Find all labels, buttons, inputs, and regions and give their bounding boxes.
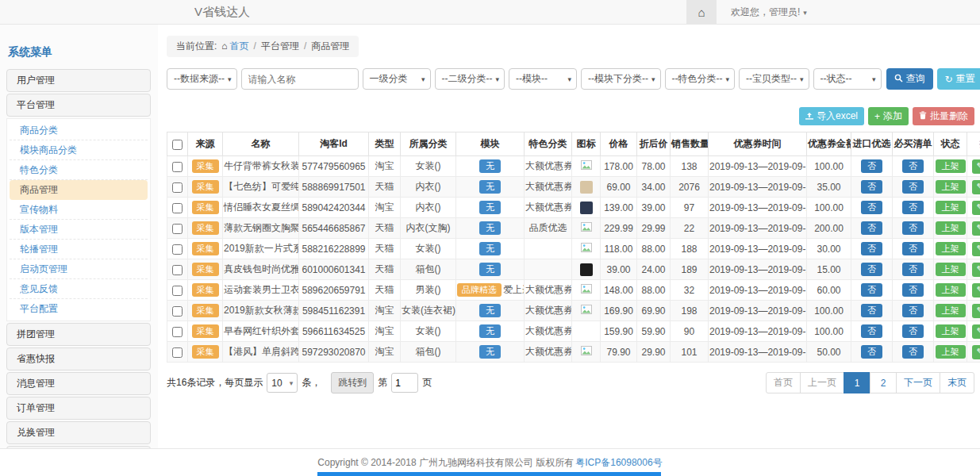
import-select-toggle[interactable]: 否: [861, 201, 882, 214]
edit-button[interactable]: ✎: [972, 283, 980, 298]
status-toggle[interactable]: 上架: [936, 201, 966, 214]
row-checkbox[interactable]: [172, 203, 183, 213]
filter-select-6[interactable]: --特色分类--▾: [665, 68, 736, 90]
sidebar-item-1-4[interactable]: 宣传物料: [10, 200, 148, 220]
edit-button[interactable]: ✎: [972, 201, 980, 215]
status-toggle[interactable]: 上架: [936, 263, 966, 276]
product-name: 真皮钱包时尚优雅女士...: [223, 259, 299, 280]
row-checkbox[interactable]: [172, 244, 183, 255]
must-buy-toggle[interactable]: 否: [902, 304, 924, 317]
sidebar-item-1-5[interactable]: 版本管理: [10, 220, 148, 240]
per-page-select[interactable]: 10 ▾: [267, 373, 298, 393]
page-last-button[interactable]: 末页: [940, 372, 974, 393]
sidebar-item-1-1[interactable]: 模块商品分类: [10, 140, 148, 160]
sidebar-group-2[interactable]: 拼团管理: [6, 323, 151, 346]
row-checkbox[interactable]: [172, 224, 183, 234]
sidebar-group-0[interactable]: 用户管理: [6, 69, 151, 92]
sidebar-group-1[interactable]: 平台管理: [6, 94, 151, 117]
must-buy-toggle[interactable]: 否: [902, 283, 924, 297]
sidebar-item-1-0[interactable]: 商品分类: [10, 121, 148, 140]
filter-select-3[interactable]: --二级分类--▾: [435, 68, 505, 90]
row-checkbox[interactable]: [172, 347, 183, 358]
breadcrumb-home-link[interactable]: 首页: [230, 40, 249, 52]
status-toggle[interactable]: 上架: [936, 304, 966, 317]
refresh-icon: ↻: [945, 74, 953, 85]
row-checkbox[interactable]: [172, 306, 183, 317]
status-toggle[interactable]: 上架: [936, 221, 966, 235]
edit-button[interactable]: ✎: [972, 263, 980, 277]
import-excel-button[interactable]: 导入excel: [799, 107, 864, 125]
edit-button[interactable]: ✎: [972, 159, 980, 174]
table-row: 采集【七色纺】可爱纯棉家...588869917501天猫内衣()无大额优惠券6…: [167, 177, 980, 198]
must-buy-toggle[interactable]: 否: [902, 221, 924, 235]
edit-button[interactable]: ✎: [972, 304, 980, 318]
must-buy-toggle[interactable]: 否: [902, 159, 924, 173]
status-toggle[interactable]: 上架: [936, 242, 966, 255]
import-select-toggle[interactable]: 否: [861, 180, 882, 194]
import-select-toggle[interactable]: 否: [861, 242, 882, 255]
status-toggle[interactable]: 上架: [936, 345, 966, 359]
batch-delete-button[interactable]: 批量删除: [913, 107, 974, 125]
sidebar-item-1-9[interactable]: 平台配置: [10, 299, 148, 319]
filter-select-7[interactable]: --宝贝类型--▾: [739, 68, 809, 90]
must-buy-toggle[interactable]: 否: [902, 180, 924, 194]
status-toggle[interactable]: 上架: [936, 180, 966, 194]
sidebar-item-1-6[interactable]: 轮播管理: [10, 240, 148, 259]
row-checkbox[interactable]: [172, 182, 183, 193]
reset-button[interactable]: ↻ 重置: [937, 68, 980, 90]
edit-button[interactable]: ✎: [972, 324, 980, 339]
sidebar-item-1-2[interactable]: 特色分类: [10, 160, 148, 180]
jump-page-input[interactable]: [391, 373, 418, 393]
select-all-checkbox[interactable]: [172, 140, 183, 150]
sidebar-group-5[interactable]: 订单管理: [6, 397, 151, 420]
icp-link[interactable]: 粤ICP备16098006号: [575, 456, 662, 470]
edit-button[interactable]: ✎: [972, 221, 980, 236]
add-button[interactable]: + 添加: [868, 107, 909, 125]
name-search-input[interactable]: [241, 68, 359, 90]
edit-button[interactable]: ✎: [972, 345, 980, 359]
sidebar-group-3[interactable]: 省惠快报: [6, 347, 151, 370]
edit-button[interactable]: ✎: [972, 180, 980, 194]
page-number-button[interactable]: 1: [844, 372, 870, 393]
status-toggle[interactable]: 上架: [936, 324, 966, 338]
sidebar-item-1-3[interactable]: 商品管理: [10, 180, 148, 200]
row-checkbox[interactable]: [172, 327, 183, 337]
import-select-toggle[interactable]: 否: [861, 324, 882, 338]
status-toggle[interactable]: 上架: [936, 159, 966, 173]
sidebar-item-1-8[interactable]: 意见反馈: [10, 279, 148, 299]
must-buy-toggle[interactable]: 否: [902, 263, 924, 276]
product-type: 天猫: [369, 280, 401, 301]
import-select-toggle[interactable]: 否: [861, 221, 882, 235]
home-button[interactable]: ⌂: [686, 0, 717, 24]
price: 139.00: [601, 198, 637, 218]
status-toggle[interactable]: 上架: [936, 283, 966, 297]
import-select-toggle[interactable]: 否: [861, 263, 882, 276]
row-checkbox[interactable]: [172, 265, 183, 275]
filter-select-2[interactable]: 一级分类▾: [363, 68, 431, 90]
must-buy-toggle[interactable]: 否: [902, 345, 924, 359]
page-next-button[interactable]: 下一页: [896, 372, 940, 393]
filter-select-8[interactable]: --状态--▾: [813, 68, 882, 90]
must-buy-toggle[interactable]: 否: [902, 242, 924, 255]
sidebar-group-4[interactable]: 消息管理: [6, 372, 151, 395]
page-number-button[interactable]: 2: [870, 372, 897, 393]
row-checkbox[interactable]: [172, 162, 183, 172]
import-select-toggle[interactable]: 否: [861, 345, 882, 359]
filter-select-4[interactable]: --模块--▾: [509, 68, 577, 90]
user-menu[interactable]: 欢迎您，管理员!▾: [731, 6, 807, 19]
must-buy-toggle[interactable]: 否: [902, 324, 924, 338]
filter-select-5[interactable]: --模块下分类--▾: [581, 68, 661, 90]
page-first-button[interactable]: 首页: [766, 372, 801, 393]
filter-select-0[interactable]: --数据来源--▾: [167, 68, 237, 90]
edit-button[interactable]: ✎: [972, 242, 980, 256]
must-buy-toggle[interactable]: 否: [902, 201, 924, 214]
product-category: 女装(连衣裙): [401, 301, 456, 321]
import-select-toggle[interactable]: 否: [861, 159, 882, 173]
sidebar-group-6[interactable]: 兑换管理: [6, 421, 151, 444]
sidebar-item-1-7[interactable]: 启动页管理: [10, 259, 148, 279]
import-select-toggle[interactable]: 否: [861, 283, 882, 297]
row-checkbox[interactable]: [172, 286, 183, 296]
search-button[interactable]: 查询: [886, 68, 933, 90]
import-select-toggle[interactable]: 否: [861, 304, 882, 317]
page-prev-button[interactable]: 上一页: [800, 372, 844, 393]
